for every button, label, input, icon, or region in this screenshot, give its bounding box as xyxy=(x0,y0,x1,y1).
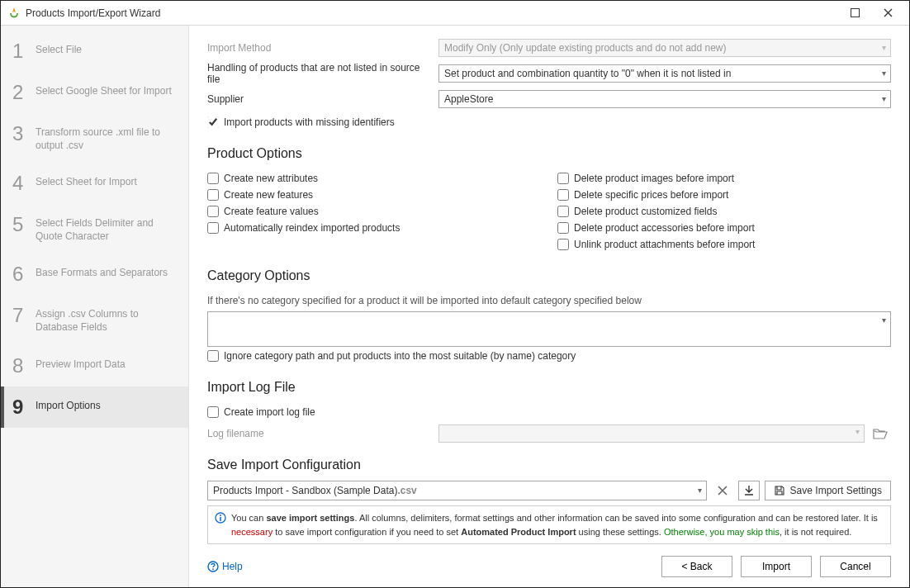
svg-rect-0 xyxy=(851,9,859,17)
step-label: Select Google Sheet for Import xyxy=(36,83,172,98)
step-label: Select Sheet for Import xyxy=(36,173,137,189)
step-number: 7 xyxy=(12,306,27,325)
handling-combo[interactable]: Set product and combination quantity to … xyxy=(438,64,891,83)
save-config-row: Products Import - Sandbox (Sample Data).… xyxy=(207,481,891,500)
checkbox-label: Import products with missing identifiers xyxy=(224,116,395,128)
chk-create-feature-values[interactable]: Create feature values xyxy=(207,204,541,219)
step-1[interactable]: 1Select File xyxy=(1,31,188,72)
chk-create-attributes[interactable]: Create new attributes xyxy=(207,171,541,186)
category-desc: If there's no category specified for a p… xyxy=(207,295,891,306)
titlebar: Products Import/Export Wizard xyxy=(1,1,909,26)
import-method-combo[interactable]: Modify Only (Only update existing produc… xyxy=(438,39,891,57)
product-options-grid: Create new attributes Create new feature… xyxy=(207,169,891,254)
step-4[interactable]: 4Select Sheet for Import xyxy=(1,163,188,204)
checkbox-input[interactable] xyxy=(557,189,569,201)
supplier-combo[interactable]: AppleStore xyxy=(438,90,891,108)
help-link[interactable]: Help xyxy=(207,561,243,572)
handling-row: Handling of products that are not listed… xyxy=(207,62,891,85)
checkbox-input[interactable] xyxy=(207,116,219,128)
import-method-row: Import Method Modify Only (Only update e… xyxy=(207,39,891,57)
checkbox-label: Ignore category path and put products in… xyxy=(224,350,576,362)
checkbox-label: Create import log file xyxy=(224,406,315,418)
back-button[interactable]: < Back xyxy=(661,556,732,577)
step-label: Preview Import Data xyxy=(36,356,126,372)
help-icon xyxy=(207,561,219,572)
step-7[interactable]: 7Assign .csv Columns to Database Fields xyxy=(1,295,188,344)
footer-buttons: < Back Import Cancel xyxy=(661,556,891,577)
cancel-button[interactable]: Cancel xyxy=(820,556,891,577)
step-8[interactable]: 8Preview Import Data xyxy=(1,345,188,386)
step-number: 2 xyxy=(12,83,27,102)
close-button[interactable] xyxy=(871,2,904,25)
window-controls xyxy=(838,2,904,25)
checkbox-label: Create feature values xyxy=(224,206,319,217)
download-icon xyxy=(743,485,755,496)
step-2[interactable]: 2Select Google Sheet for Import xyxy=(1,72,188,113)
info-text: You can save import settings. All column… xyxy=(231,511,884,538)
import-button[interactable]: Import xyxy=(741,556,812,577)
svg-point-5 xyxy=(212,568,214,570)
missing-ids-checkbox[interactable]: Import products with missing identifiers xyxy=(207,115,891,130)
step-label: Select File xyxy=(36,41,82,57)
product-options-left: Create new attributes Create new feature… xyxy=(207,169,541,254)
maximize-button[interactable] xyxy=(838,2,871,25)
svg-point-2 xyxy=(220,514,221,516)
app-icon xyxy=(7,7,21,20)
save-settings-label: Save Import Settings xyxy=(790,485,882,496)
info-icon xyxy=(215,512,226,524)
chk-create-log[interactable]: Create import log file xyxy=(207,405,891,420)
chk-ignore-category-path[interactable]: Ignore category path and put products in… xyxy=(207,349,891,363)
step-number: 1 xyxy=(12,41,27,61)
checkbox-input[interactable] xyxy=(557,173,569,184)
chk-create-features[interactable]: Create new features xyxy=(207,187,541,202)
step-3[interactable]: 3Transform source .xml file to output .c… xyxy=(1,113,188,163)
step-label: Assign .csv Columns to Database Fields xyxy=(36,306,180,334)
step-5[interactable]: 5Select Fields Delimiter and Quote Chara… xyxy=(1,204,188,254)
checkbox-label: Create new features xyxy=(224,189,313,201)
chk-auto-reindex[interactable]: Automatically reindex imported products xyxy=(207,220,541,235)
chk-delete-prices[interactable]: Delete specific prices before import xyxy=(557,187,891,202)
step-9[interactable]: 9Import Options xyxy=(1,386,188,428)
handling-label: Handling of products that are not listed… xyxy=(207,62,434,85)
checkbox-input[interactable] xyxy=(557,222,569,234)
checkbox-input[interactable] xyxy=(207,406,219,418)
content-pane: Import Method Modify Only (Only update e… xyxy=(189,26,909,587)
checkbox-input[interactable] xyxy=(207,206,219,217)
download-config-button[interactable] xyxy=(738,481,760,500)
browse-log-button[interactable] xyxy=(870,424,891,443)
log-filename-input[interactable] xyxy=(438,424,865,443)
config-name-text: Products Import - Sandbox (Sample Data) xyxy=(213,485,397,496)
checkbox-input[interactable] xyxy=(207,189,219,201)
category-options-heading: Category Options xyxy=(207,268,891,283)
chk-delete-accessories[interactable]: Delete product accessories before import xyxy=(557,220,891,235)
chk-unlink-attachments[interactable]: Unlink product attachments before import xyxy=(557,237,891,252)
step-number: 8 xyxy=(12,356,27,376)
default-category-combo[interactable] xyxy=(207,311,891,347)
step-6[interactable]: 6Base Formats and Separators xyxy=(1,254,188,295)
product-options-heading: Product Options xyxy=(207,146,891,161)
checkbox-label: Create new attributes xyxy=(224,173,318,184)
checkbox-label: Delete product images before import xyxy=(574,173,734,184)
import-method-label: Import Method xyxy=(207,42,434,54)
folder-open-icon xyxy=(873,428,888,439)
checkbox-input[interactable] xyxy=(557,239,569,250)
window-title: Products Import/Export Wizard xyxy=(26,7,160,19)
step-number: 4 xyxy=(12,173,27,193)
checkbox-label: Delete product customized fields xyxy=(574,206,717,217)
step-number: 6 xyxy=(12,264,27,284)
checkbox-label: Delete specific prices before import xyxy=(574,189,728,201)
save-import-settings-button[interactable]: Save Import Settings xyxy=(765,481,891,500)
checkbox-label: Unlink product attachments before import xyxy=(574,239,755,250)
checkbox-input[interactable] xyxy=(207,222,219,234)
config-name-combo[interactable]: Products Import - Sandbox (Sample Data).… xyxy=(207,481,707,500)
checkbox-input[interactable] xyxy=(207,350,219,362)
chk-delete-custom-fields[interactable]: Delete product customized fields xyxy=(557,204,891,219)
step-label: Base Formats and Separators xyxy=(36,264,168,280)
checkbox-input[interactable] xyxy=(207,173,219,184)
log-filename-label: Log filename xyxy=(207,428,434,439)
clear-config-button[interactable] xyxy=(712,481,733,500)
chk-delete-images[interactable]: Delete product images before import xyxy=(557,171,891,186)
checkbox-input[interactable] xyxy=(557,206,569,217)
import-log-heading: Import Log File xyxy=(207,380,891,395)
wizard-steps-sidebar: 1Select File 2Select Google Sheet for Im… xyxy=(1,26,189,587)
